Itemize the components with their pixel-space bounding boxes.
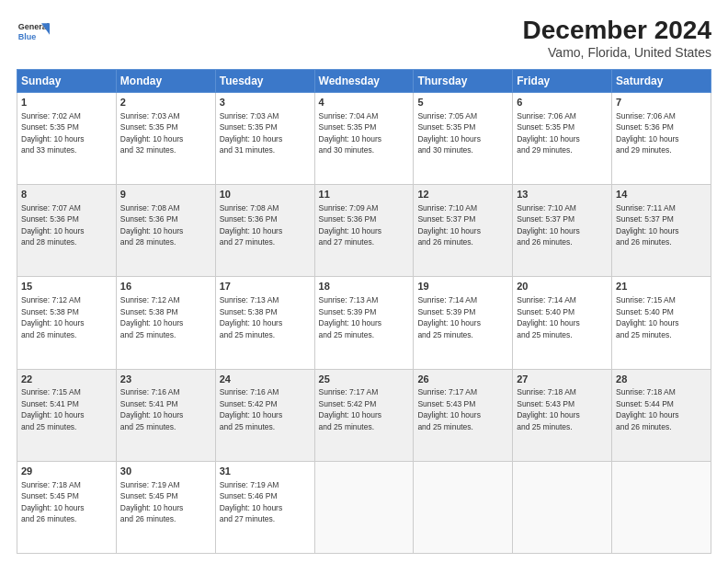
calendar-cell: 7Sunrise: 7:06 AM Sunset: 5:36 PM Daylig…	[612, 92, 711, 184]
calendar-cell	[314, 461, 414, 553]
col-wednesday: Wednesday	[314, 69, 414, 92]
calendar-cell: 28Sunrise: 7:18 AM Sunset: 5:44 PM Dayli…	[612, 369, 711, 461]
day-number: 25	[319, 373, 410, 386]
day-number: 20	[517, 280, 608, 293]
calendar-cell: 11Sunrise: 7:09 AM Sunset: 5:36 PM Dayli…	[314, 185, 414, 277]
calendar-cell: 26Sunrise: 7:17 AM Sunset: 5:43 PM Dayli…	[414, 369, 513, 461]
day-info: Sunrise: 7:12 AM Sunset: 5:38 PM Dayligh…	[21, 295, 85, 339]
calendar-cell: 30Sunrise: 7:19 AM Sunset: 5:45 PM Dayli…	[116, 461, 215, 553]
day-number: 5	[417, 96, 508, 109]
day-info: Sunrise: 7:09 AM Sunset: 5:36 PM Dayligh…	[319, 203, 382, 247]
day-number: 2	[120, 96, 211, 109]
day-info: Sunrise: 7:17 AM Sunset: 5:43 PM Dayligh…	[417, 387, 481, 431]
day-info: Sunrise: 7:18 AM Sunset: 5:44 PM Dayligh…	[616, 387, 679, 431]
calendar-cell	[513, 461, 612, 553]
col-thursday: Thursday	[414, 69, 513, 92]
calendar-cell: 15Sunrise: 7:12 AM Sunset: 5:38 PM Dayli…	[17, 277, 117, 369]
calendar-cell: 8Sunrise: 7:07 AM Sunset: 5:36 PM Daylig…	[17, 185, 117, 277]
day-number: 31	[220, 465, 311, 478]
calendar-cell: 29Sunrise: 7:18 AM Sunset: 5:45 PM Dayli…	[17, 461, 117, 553]
day-info: Sunrise: 7:08 AM Sunset: 5:36 PM Dayligh…	[220, 203, 283, 247]
calendar-cell: 24Sunrise: 7:16 AM Sunset: 5:42 PM Dayli…	[215, 369, 314, 461]
day-info: Sunrise: 7:05 AM Sunset: 5:35 PM Dayligh…	[417, 111, 481, 155]
week-row-2: 8Sunrise: 7:07 AM Sunset: 5:36 PM Daylig…	[17, 185, 711, 277]
col-friday: Friday	[513, 69, 612, 92]
day-number: 23	[120, 373, 211, 386]
calendar-cell: 9Sunrise: 7:08 AM Sunset: 5:36 PM Daylig…	[116, 185, 215, 277]
day-info: Sunrise: 7:14 AM Sunset: 5:39 PM Dayligh…	[417, 295, 481, 339]
calendar-cell: 25Sunrise: 7:17 AM Sunset: 5:42 PM Dayli…	[314, 369, 414, 461]
day-number: 19	[417, 280, 508, 293]
subtitle: Vamo, Florida, United States	[523, 45, 711, 60]
day-number: 10	[220, 188, 311, 201]
header: General Blue December 2024 Vamo, Florida…	[17, 17, 711, 60]
calendar-cell: 6Sunrise: 7:06 AM Sunset: 5:35 PM Daylig…	[513, 92, 612, 184]
day-number: 9	[120, 188, 211, 201]
day-info: Sunrise: 7:06 AM Sunset: 5:36 PM Dayligh…	[616, 111, 679, 155]
day-number: 16	[120, 280, 211, 293]
day-info: Sunrise: 7:08 AM Sunset: 5:36 PM Dayligh…	[120, 203, 184, 247]
day-info: Sunrise: 7:06 AM Sunset: 5:35 PM Dayligh…	[517, 111, 580, 155]
calendar-cell: 19Sunrise: 7:14 AM Sunset: 5:39 PM Dayli…	[414, 277, 513, 369]
day-info: Sunrise: 7:13 AM Sunset: 5:38 PM Dayligh…	[220, 295, 283, 339]
calendar-cell: 31Sunrise: 7:19 AM Sunset: 5:46 PM Dayli…	[215, 461, 314, 553]
day-info: Sunrise: 7:03 AM Sunset: 5:35 PM Dayligh…	[220, 111, 283, 155]
calendar-cell: 4Sunrise: 7:04 AM Sunset: 5:35 PM Daylig…	[314, 92, 414, 184]
day-number: 12	[417, 188, 508, 201]
day-number: 15	[21, 280, 112, 293]
calendar-cell: 14Sunrise: 7:11 AM Sunset: 5:37 PM Dayli…	[612, 185, 711, 277]
week-row-3: 15Sunrise: 7:12 AM Sunset: 5:38 PM Dayli…	[17, 277, 711, 369]
day-info: Sunrise: 7:04 AM Sunset: 5:35 PM Dayligh…	[319, 111, 382, 155]
day-info: Sunrise: 7:16 AM Sunset: 5:41 PM Dayligh…	[120, 387, 184, 431]
calendar-cell: 12Sunrise: 7:10 AM Sunset: 5:37 PM Dayli…	[414, 185, 513, 277]
calendar-cell: 17Sunrise: 7:13 AM Sunset: 5:38 PM Dayli…	[215, 277, 314, 369]
day-number: 8	[21, 188, 112, 201]
calendar-header-row: Sunday Monday Tuesday Wednesday Thursday…	[17, 69, 711, 92]
day-number: 13	[517, 188, 608, 201]
day-number: 3	[220, 96, 311, 109]
day-info: Sunrise: 7:14 AM Sunset: 5:40 PM Dayligh…	[517, 295, 580, 339]
day-info: Sunrise: 7:19 AM Sunset: 5:45 PM Dayligh…	[120, 480, 184, 523]
logo: General Blue	[17, 17, 50, 50]
day-info: Sunrise: 7:15 AM Sunset: 5:40 PM Dayligh…	[616, 295, 679, 339]
calendar-cell: 21Sunrise: 7:15 AM Sunset: 5:40 PM Dayli…	[612, 277, 711, 369]
page: General Blue December 2024 Vamo, Florida…	[0, 0, 728, 563]
calendar-cell: 3Sunrise: 7:03 AM Sunset: 5:35 PM Daylig…	[215, 92, 314, 184]
calendar-cell: 1Sunrise: 7:02 AM Sunset: 5:35 PM Daylig…	[17, 92, 117, 184]
day-info: Sunrise: 7:17 AM Sunset: 5:42 PM Dayligh…	[319, 387, 382, 431]
day-number: 21	[616, 280, 707, 293]
day-number: 17	[220, 280, 311, 293]
day-number: 27	[517, 373, 608, 386]
day-info: Sunrise: 7:12 AM Sunset: 5:38 PM Dayligh…	[120, 295, 184, 339]
calendar-cell	[612, 461, 711, 553]
day-info: Sunrise: 7:18 AM Sunset: 5:45 PM Dayligh…	[21, 480, 85, 523]
day-number: 7	[616, 96, 707, 109]
calendar-cell: 2Sunrise: 7:03 AM Sunset: 5:35 PM Daylig…	[116, 92, 215, 184]
calendar-cell: 20Sunrise: 7:14 AM Sunset: 5:40 PM Dayli…	[513, 277, 612, 369]
day-info: Sunrise: 7:16 AM Sunset: 5:42 PM Dayligh…	[220, 387, 283, 431]
main-title: December 2024	[523, 17, 711, 45]
calendar-cell	[414, 461, 513, 553]
day-number: 28	[616, 373, 707, 386]
day-number: 4	[319, 96, 410, 109]
week-row-1: 1Sunrise: 7:02 AM Sunset: 5:35 PM Daylig…	[17, 92, 711, 184]
day-info: Sunrise: 7:10 AM Sunset: 5:37 PM Dayligh…	[517, 203, 580, 247]
day-number: 6	[517, 96, 608, 109]
day-info: Sunrise: 7:02 AM Sunset: 5:35 PM Dayligh…	[21, 111, 85, 155]
day-number: 30	[120, 465, 211, 478]
col-tuesday: Tuesday	[215, 69, 314, 92]
day-number: 22	[21, 373, 112, 386]
calendar-cell: 18Sunrise: 7:13 AM Sunset: 5:39 PM Dayli…	[314, 277, 414, 369]
calendar-cell: 16Sunrise: 7:12 AM Sunset: 5:38 PM Dayli…	[116, 277, 215, 369]
calendar-cell: 22Sunrise: 7:15 AM Sunset: 5:41 PM Dayli…	[17, 369, 117, 461]
day-number: 11	[319, 188, 410, 201]
col-sunday: Sunday	[17, 69, 117, 92]
day-info: Sunrise: 7:18 AM Sunset: 5:43 PM Dayligh…	[517, 387, 580, 431]
col-saturday: Saturday	[612, 69, 711, 92]
day-number: 1	[21, 96, 112, 109]
calendar-cell: 10Sunrise: 7:08 AM Sunset: 5:36 PM Dayli…	[215, 185, 314, 277]
day-info: Sunrise: 7:15 AM Sunset: 5:41 PM Dayligh…	[21, 387, 85, 431]
day-info: Sunrise: 7:07 AM Sunset: 5:36 PM Dayligh…	[21, 203, 85, 247]
logo-icon: General Blue	[17, 17, 50, 50]
calendar-table: Sunday Monday Tuesday Wednesday Thursday…	[17, 69, 711, 554]
